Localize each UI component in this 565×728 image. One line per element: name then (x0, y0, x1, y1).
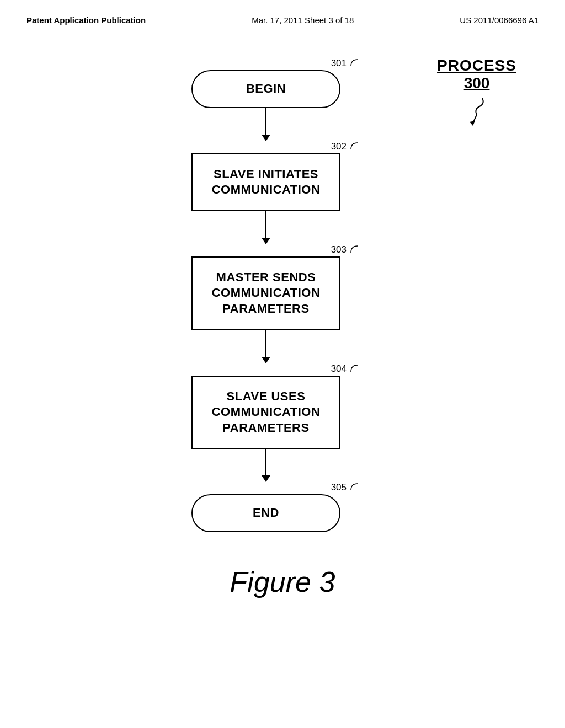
process-title: PROCESS (437, 57, 516, 74)
process-squiggle (437, 95, 516, 128)
step-label-302: 302 (331, 141, 347, 152)
node-master-sends: MASTER SENDSCOMMUNICATIONPARAMETERS (191, 256, 340, 330)
node-slave-uses: SLAVE USESCOMMUNICATIONPARAMETERS (191, 376, 340, 449)
step-label-301: 301 (331, 58, 347, 69)
label-305-curve (350, 483, 360, 493)
label-305-row: 305 (172, 482, 360, 493)
step-label-304: 304 (331, 363, 347, 374)
process-arrow-svg (463, 95, 491, 126)
label-304-curve (350, 364, 360, 374)
step-304-row: 304 SLAVE USESCOMMUNICATIONPARAMETERS (172, 363, 360, 449)
arrow-1-head (262, 135, 270, 141)
label-303-curve (350, 245, 360, 255)
node-slave-initiates-text: SLAVE INITIATESCOMMUNICATION (212, 167, 321, 198)
arrow-4-line (265, 449, 266, 475)
arrow-1-line (265, 108, 266, 135)
node-end-text: END (253, 505, 279, 521)
node-slave-uses-text: SLAVE USESCOMMUNICATIONPARAMETERS (212, 389, 321, 436)
header-date-sheet: Mar. 17, 2011 Sheet 3 of 18 (252, 15, 354, 25)
diagram-area: PROCESS 300 301 BEGIN (0, 25, 565, 532)
process-label-area: PROCESS 300 (437, 57, 516, 128)
label-302-row: 302 (172, 141, 360, 152)
step-301-row: 301 BEGIN (172, 58, 360, 108)
arrow-4 (262, 449, 270, 482)
arrow-3 (262, 330, 270, 363)
label-303-row: 303 (172, 244, 360, 255)
arrow-3-line (265, 330, 266, 357)
arrow-3-head (262, 357, 270, 363)
arrow-4-head (262, 475, 270, 482)
page-header: Patent Application Publication Mar. 17, … (0, 0, 565, 25)
label-301-row: 301 (172, 58, 360, 69)
flowchart: 301 BEGIN 302 SLAVE INITIATESC (172, 58, 360, 532)
node-slave-initiates: SLAVE INITIATESCOMMUNICATION (191, 153, 340, 211)
process-title-box: PROCESS 300 (437, 57, 516, 92)
step-label-305: 305 (331, 482, 347, 493)
header-patent-number: US 2011/0066696 A1 (460, 15, 539, 25)
arrow-2-head (262, 238, 270, 244)
label-304-row: 304 (172, 363, 360, 374)
label-302-curve (350, 142, 360, 152)
node-master-sends-text: MASTER SENDSCOMMUNICATIONPARAMETERS (212, 270, 321, 317)
process-number: 300 (437, 74, 516, 92)
step-label-303: 303 (331, 244, 347, 255)
header-publication: Patent Application Publication (26, 15, 146, 25)
node-begin: BEGIN (191, 70, 340, 108)
step-305-row: 305 END (172, 482, 360, 532)
arrow-2 (262, 211, 270, 244)
label-301-curve (350, 58, 360, 68)
step-303-row: 303 MASTER SENDSCOMMUNICATIONPARAMETERS (172, 244, 360, 330)
arrow-1 (262, 108, 270, 141)
step-302-row: 302 SLAVE INITIATESCOMMUNICATION (172, 141, 360, 211)
node-begin-text: BEGIN (246, 81, 286, 97)
arrow-2-line (265, 211, 266, 238)
svg-marker-0 (470, 121, 475, 126)
figure-caption: Figure 3 (0, 532, 565, 620)
node-end: END (191, 494, 340, 532)
